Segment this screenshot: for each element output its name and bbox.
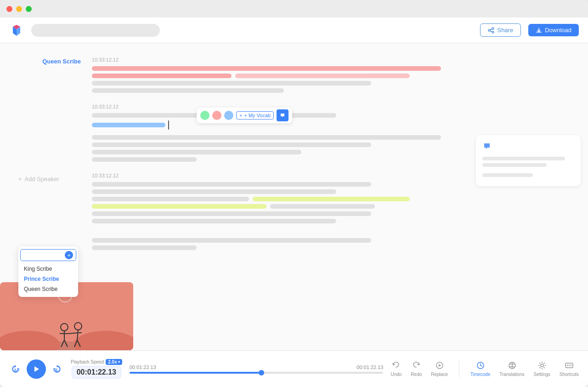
app-header: Share Download bbox=[0, 17, 588, 43]
speaker-dropdown[interactable]: + King Scribe Prince Scribe Queen Scribe bbox=[18, 246, 78, 297]
text-line bbox=[92, 66, 441, 71]
transcript-content-2: 10:33:12.12 + bbox=[92, 104, 441, 162]
close-button[interactable] bbox=[6, 6, 12, 12]
translations-label: Translations bbox=[500, 372, 525, 377]
speed-badge[interactable]: 2.0x ▾ bbox=[106, 359, 122, 365]
text-line bbox=[92, 189, 336, 194]
comment-text-line-3 bbox=[482, 173, 533, 177]
progress-section: 00:01:22.13 00:01:22.13 bbox=[130, 364, 384, 374]
settings-group[interactable]: Settings bbox=[534, 361, 550, 377]
text-line bbox=[235, 74, 410, 78]
my-vocab-button[interactable]: + + My Vocab bbox=[236, 111, 274, 120]
text-line bbox=[92, 81, 371, 85]
svg-point-1 bbox=[488, 29, 490, 31]
vocab-label: + My Vocab bbox=[244, 113, 271, 118]
speed-label: Playback Speed bbox=[71, 359, 104, 364]
playback-controls: 5 5 bbox=[9, 359, 63, 379]
comment-icon bbox=[280, 113, 285, 118]
inline-toolbar: + + My Vocab bbox=[197, 108, 292, 123]
text-line bbox=[92, 182, 371, 187]
download-button[interactable]: Download bbox=[528, 24, 579, 36]
text-line-highlighted bbox=[253, 197, 410, 201]
svg-point-13 bbox=[74, 323, 82, 330]
text-line bbox=[270, 204, 375, 209]
color-blue-btn[interactable] bbox=[224, 111, 233, 120]
text-line bbox=[92, 74, 232, 78]
svg-marker-20 bbox=[34, 366, 39, 372]
undo-icon bbox=[391, 361, 401, 370]
maximize-button[interactable] bbox=[26, 6, 32, 12]
chevron-down-icon: ▾ bbox=[118, 360, 120, 364]
progress-times: 00:01:22.13 00:01:22.13 bbox=[130, 364, 384, 370]
text-lines-2: + + My Vocab bbox=[92, 113, 441, 162]
play-button[interactable] bbox=[27, 359, 46, 379]
undo-group[interactable]: Undo bbox=[390, 361, 401, 377]
editor-area[interactable]: Queen Scribe 10:33:12.12 bbox=[0, 43, 469, 350]
timecode-icon bbox=[476, 361, 485, 370]
add-speaker-row[interactable]: + Add Speaker bbox=[18, 174, 81, 184]
svg-point-28 bbox=[541, 364, 543, 367]
text-line bbox=[92, 211, 371, 216]
svg-point-0 bbox=[492, 28, 494, 29]
speaker-queen[interactable]: Queen Scribe bbox=[18, 57, 92, 93]
translations-group[interactable]: Translations bbox=[500, 361, 525, 377]
settings-icon bbox=[537, 361, 547, 370]
timecode-group[interactable]: Timecode bbox=[470, 361, 491, 377]
color-green-btn[interactable] bbox=[200, 111, 209, 120]
video-illustration bbox=[0, 302, 133, 350]
svg-text:5: 5 bbox=[14, 368, 16, 371]
text-line bbox=[92, 135, 441, 140]
share-button[interactable]: Share bbox=[480, 23, 521, 37]
transcript-block-3: + Add Speaker 10:33:12.12 bbox=[0, 173, 469, 250]
dropdown-item-prince[interactable]: Prince Scribe bbox=[20, 274, 76, 284]
minimize-button[interactable] bbox=[16, 6, 22, 12]
share-label: Share bbox=[497, 27, 513, 34]
progress-bar[interactable] bbox=[130, 372, 384, 374]
replace-group[interactable]: Replace bbox=[431, 361, 448, 377]
dropdown-item-queen[interactable]: Queen Scribe bbox=[20, 284, 76, 294]
svg-line-18 bbox=[69, 333, 74, 334]
transcript-content-1: 10:33:12.12 bbox=[92, 57, 441, 93]
document-title-input[interactable] bbox=[31, 24, 160, 37]
app-window: Share Download Queen Scribe 10:33:12.12 bbox=[0, 0, 588, 387]
shortcuts-label: Shortcuts bbox=[560, 372, 579, 377]
comment-button[interactable] bbox=[277, 109, 288, 121]
svg-point-8 bbox=[61, 324, 68, 331]
comment-text-line-2 bbox=[482, 163, 547, 167]
transcript-block-2: 10:33:12.12 + bbox=[0, 104, 469, 162]
timecode-display: 00:01:22.13 bbox=[72, 366, 121, 379]
speed-value: 2.0x bbox=[108, 359, 117, 364]
add-speaker-btn[interactable]: + bbox=[65, 251, 73, 259]
text-line bbox=[92, 245, 197, 250]
text-lines-1 bbox=[92, 66, 441, 93]
speed-section: Playback Speed 2.0x ▾ 00:01:22.13 bbox=[71, 359, 122, 379]
replace-label: Replace bbox=[431, 372, 448, 377]
shortcuts-group[interactable]: Shortcuts bbox=[560, 361, 579, 377]
rewind-button[interactable]: 5 bbox=[9, 363, 22, 376]
inline-edit-row: + + My Vocab bbox=[92, 120, 441, 130]
comment-card bbox=[476, 135, 581, 186]
svg-point-2 bbox=[492, 31, 494, 33]
speaker-search-input[interactable] bbox=[23, 252, 60, 258]
current-time-label: 00:01:22.13 bbox=[130, 364, 156, 370]
dropdown-item-king[interactable]: King Scribe bbox=[20, 264, 76, 274]
svg-line-4 bbox=[490, 31, 492, 32]
translations-icon bbox=[508, 361, 517, 370]
redo-group[interactable]: Redo bbox=[411, 361, 422, 377]
comment-card-icon bbox=[482, 142, 574, 153]
forward-button[interactable]: 5 bbox=[51, 363, 63, 376]
text-lines-3 bbox=[92, 182, 441, 250]
text-line bbox=[92, 88, 284, 93]
text-line bbox=[92, 197, 249, 201]
text-line-highlighted bbox=[92, 204, 266, 209]
bottom-actions: Undo Redo Replace bbox=[390, 361, 579, 377]
redo-icon bbox=[412, 361, 421, 370]
transcript-block-1: Queen Scribe 10:33:12.12 bbox=[0, 57, 469, 93]
svg-line-3 bbox=[490, 29, 492, 30]
add-speaker-icon: + bbox=[18, 176, 22, 182]
progress-thumb[interactable] bbox=[259, 370, 264, 376]
color-red-btn[interactable] bbox=[212, 111, 221, 120]
logo bbox=[9, 23, 24, 38]
divider bbox=[459, 361, 459, 377]
text-line bbox=[92, 219, 336, 223]
